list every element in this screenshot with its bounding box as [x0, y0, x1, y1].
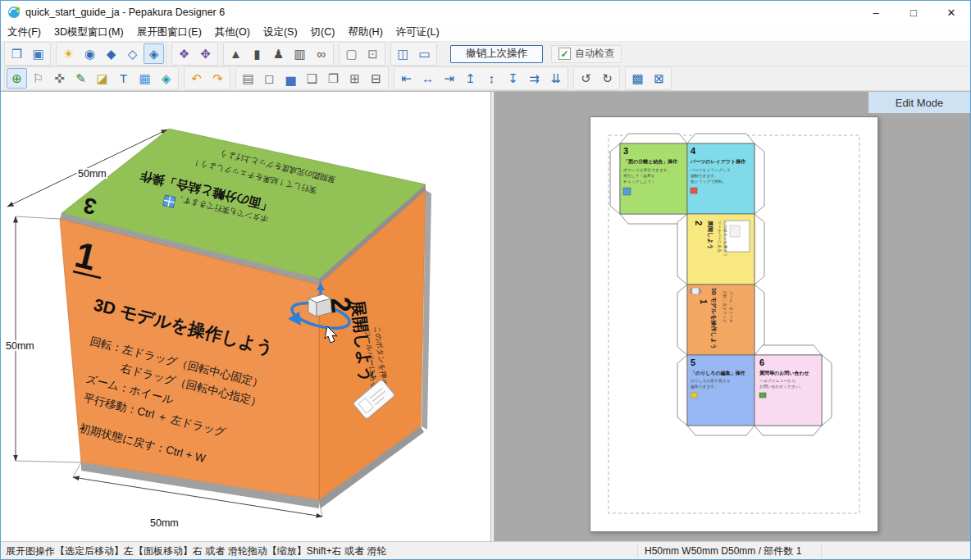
menu-license[interactable]: 许可证(L): [390, 24, 446, 41]
zoom-icon[interactable]: ⊕: [7, 68, 27, 89]
tag-icon[interactable]: ⚐: [28, 68, 48, 89]
light-bulb-icon[interactable]: ☀: [58, 43, 79, 64]
check-parts-icon[interactable]: ▩: [627, 68, 648, 89]
menu-cut[interactable]: 切(C): [304, 24, 342, 41]
person-display-icon[interactable]: ♟: [268, 43, 289, 64]
toolbar-group: ❒▣: [4, 42, 51, 66]
close-button[interactable]: ✕: [932, 1, 970, 24]
status-dimensions: H50mm W50mm D50mm / 部件数 1: [645, 544, 801, 558]
selection-settings-icon[interactable]: ⊡: [362, 43, 383, 64]
columns-icon[interactable]: ▅: [280, 68, 301, 89]
toolbar-top: ❒▣☀◉◆◇◈❖✥▲▮♟▥∞▢⊡◫▭ 撤销上次操作 ✓ 自动检查: [1, 42, 970, 66]
pattern-face-4[interactable]: [687, 143, 754, 214]
book-icon[interactable]: ▤: [238, 68, 258, 89]
redo-icon[interactable]: ↷: [207, 68, 228, 89]
autocheck-label: 自动检查: [575, 47, 614, 61]
arrange-parts-icon[interactable]: ⊠: [649, 68, 669, 89]
document-export-icon[interactable]: ❒: [323, 68, 344, 89]
cone-display-icon[interactable]: ▲: [226, 43, 246, 64]
toolbar-edit: ⊕⚐✜✎◪T▦◈↶↷▤◻▅❑❒⊞⊟⇤↔⇥↥↕↧⇉⇊↺↻▩⊠: [1, 66, 970, 91]
svg-text:1: 1: [699, 299, 709, 304]
svg-text:パーツをドラッグして: パーツをドラッグして: [690, 168, 731, 172]
svg-text:3D モデルを操作しよう: 3D モデルを操作しよう: [710, 288, 717, 349]
toolbar-group: ☀◉◆◇◈: [56, 42, 166, 66]
app-window: quick_start_guide_ja - Pepakura Designer…: [0, 0, 971, 560]
selection-frame-icon[interactable]: ▢: [341, 43, 362, 64]
rotate-left-icon[interactable]: ↺: [576, 68, 596, 89]
reset-view-icon[interactable]: ✥: [195, 43, 216, 64]
pane-2d-pattern[interactable]: Edit Mode: [495, 92, 970, 543]
join-faces-button-icon: [163, 195, 176, 208]
image-icon[interactable]: ▦: [134, 68, 155, 89]
autocheck-group: ✓ 自动检查: [551, 45, 622, 63]
save-file-icon[interactable]: ▣: [28, 43, 48, 64]
svg-text:4: 4: [691, 146, 696, 156]
align-left-icon[interactable]: ⇤: [396, 68, 417, 89]
menu-others[interactable]: 其他(O): [208, 24, 257, 41]
distribute-horizontal-icon[interactable]: ⇉: [524, 68, 545, 89]
autocheck-checkbox[interactable]: ✓: [558, 48, 571, 60]
main-area: 1 3D モデルを操作しよう 回転：左ドラッグ（回転中心固定） 右ドラッグ（回転…: [1, 91, 970, 543]
svg-text:展開しよう: 展開しよう: [707, 220, 713, 250]
cube-icon[interactable]: ◈: [156, 68, 176, 89]
single-pane-layout-icon[interactable]: ▭: [414, 43, 435, 64]
svg-text:3: 3: [623, 146, 628, 156]
pen-icon[interactable]: ✎: [71, 68, 91, 89]
pan-icon[interactable]: ✜: [49, 68, 70, 89]
chart-display-icon[interactable]: ▥: [289, 43, 310, 64]
pattern-face-6[interactable]: [754, 355, 822, 426]
shaded-view-icon[interactable]: ◆: [101, 43, 121, 64]
svg-text:実行して！結果を: 実行して！結果を: [623, 173, 655, 179]
link-display-icon[interactable]: ∞: [311, 43, 331, 64]
svg-text:回転：左ドラッグ: 回転：左ドラッグ: [723, 291, 727, 323]
textured-view-icon[interactable]: ◈: [144, 43, 164, 64]
undo-last-operation-button[interactable]: 撤销上次操作: [450, 45, 543, 63]
pane-3d-view[interactable]: 1 3D モデルを操作しよう 回転：左ドラッグ（回転中心固定） 右ドラッグ（回転…: [1, 92, 490, 543]
toolbar-group: ↺↻: [573, 66, 620, 90]
undo-icon[interactable]: ↶: [186, 68, 207, 89]
print-icon[interactable]: ⊟: [366, 68, 386, 89]
rotate-view-icon[interactable]: ◉: [80, 43, 100, 64]
toolbar-group: ❖✥: [171, 42, 218, 66]
dimension-label-left: 50mm: [6, 340, 34, 352]
align-center-horizontal-icon[interactable]: ↔: [417, 68, 438, 89]
menu-help[interactable]: 帮助(H): [341, 24, 389, 41]
rotate-right-icon[interactable]: ↻: [597, 68, 618, 89]
menu-pattern-window[interactable]: 展开图窗口(E): [130, 24, 208, 41]
titlebar: quick_start_guide_ja - Pepakura Designer…: [1, 1, 970, 24]
align-center-vertical-icon[interactable]: ↕: [481, 68, 502, 89]
align-top-icon[interactable]: ↥: [460, 68, 481, 89]
wireframe-view-icon[interactable]: ◇: [122, 43, 143, 64]
menu-settings[interactable]: 设定(S): [257, 24, 304, 41]
menu-3d-model-window[interactable]: 3D模型窗口(M): [48, 24, 130, 41]
document-settings-icon[interactable]: ⊞: [344, 68, 365, 89]
status-separator-2: [821, 544, 822, 558]
eraser-icon[interactable]: ◪: [92, 68, 112, 89]
toolbar-group: ◫▭: [390, 42, 437, 66]
cylinder-display-icon[interactable]: ▮: [247, 43, 267, 64]
align-right-icon[interactable]: ⇥: [439, 68, 459, 89]
monitor-icon[interactable]: ◻: [259, 68, 280, 89]
maximize-button[interactable]: □: [895, 1, 932, 24]
toolbar-group: ↶↷: [184, 66, 230, 90]
toolbar-group: ▢⊡: [339, 42, 385, 66]
align-bottom-icon[interactable]: ↧: [503, 68, 523, 89]
open-file-icon[interactable]: ❒: [7, 43, 27, 64]
menu-file[interactable]: 文件(F): [1, 24, 48, 41]
distribute-vertical-icon[interactable]: ⇊: [545, 68, 566, 89]
menubar: 文件(F)3D模型窗口(M)展开图窗口(E)其他(O)设定(S)切(C)帮助(H…: [1, 24, 970, 42]
minimize-button[interactable]: –: [857, 1, 895, 24]
pattern-face-3[interactable]: [620, 143, 687, 214]
text-icon[interactable]: T: [113, 68, 134, 89]
svg-text:2: 2: [694, 221, 704, 225]
pattern-face-5[interactable]: [687, 355, 754, 426]
two-pane-layout-icon[interactable]: ◫: [393, 43, 413, 64]
svg-text:5: 5: [691, 357, 695, 367]
statusbar: 展开图操作【选定后移动】左【面板移动】右 或者 滑轮拖动【缩放】Shift+右 …: [1, 541, 970, 559]
status-hint: 展开图操作【选定后移动】左【面板移动】右 或者 滑轮拖动【缩放】Shift+右 …: [6, 544, 386, 558]
pattern-face-1[interactable]: [687, 285, 754, 355]
pattern-page[interactable]: 3 「面の分離と結合」操作 ボタンでも実行できます。 実行して！結果を チェック…: [590, 116, 878, 532]
fit-view-icon[interactable]: ❖: [174, 43, 194, 64]
toolbar-group: ▩⊠: [625, 66, 672, 90]
document-icon[interactable]: ❑: [302, 68, 322, 89]
